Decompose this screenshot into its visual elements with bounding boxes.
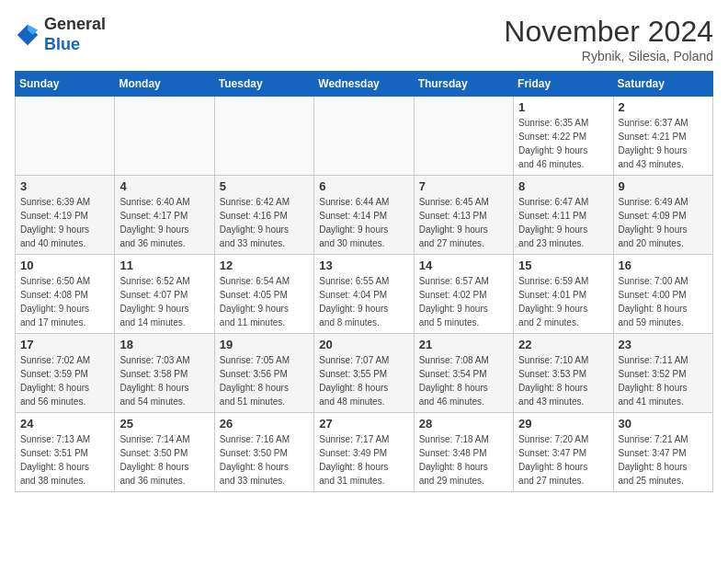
week-row-1: 1Sunrise: 6:35 AM Sunset: 4:22 PM Daylig…	[16, 97, 713, 176]
day-header-wednesday: Wednesday	[314, 72, 414, 97]
day-header-monday: Monday	[115, 72, 214, 97]
day-info: Sunrise: 6:42 AM Sunset: 4:16 PM Dayligh…	[220, 195, 309, 250]
day-number: 8	[518, 179, 608, 193]
day-number: 30	[619, 417, 708, 431]
day-info: Sunrise: 7:10 AM Sunset: 3:53 PM Dayligh…	[518, 353, 608, 408]
calendar-cell: 17Sunrise: 7:02 AM Sunset: 3:59 PM Dayli…	[16, 334, 115, 413]
day-number: 3	[20, 179, 109, 193]
day-info: Sunrise: 6:59 AM Sunset: 4:01 PM Dayligh…	[518, 274, 608, 329]
logo: General Blue	[15, 15, 106, 54]
day-number: 21	[419, 338, 508, 351]
week-row-3: 10Sunrise: 6:50 AM Sunset: 4:08 PM Dayli…	[16, 255, 713, 334]
days-of-week-row: SundayMondayTuesdayWednesdayThursdayFrid…	[16, 72, 713, 97]
calendar-cell: 21Sunrise: 7:08 AM Sunset: 3:54 PM Dayli…	[414, 334, 513, 413]
day-info: Sunrise: 6:45 AM Sunset: 4:13 PM Dayligh…	[419, 195, 508, 250]
calendar-cell: 16Sunrise: 7:00 AM Sunset: 4:00 PM Dayli…	[613, 255, 712, 334]
calendar-cell: 24Sunrise: 7:13 AM Sunset: 3:51 PM Dayli…	[16, 413, 115, 492]
day-number: 4	[119, 179, 209, 193]
day-number: 27	[319, 417, 408, 431]
calendar-cell: 28Sunrise: 7:18 AM Sunset: 3:48 PM Dayli…	[414, 413, 513, 492]
week-row-2: 3Sunrise: 6:39 AM Sunset: 4:19 PM Daylig…	[16, 176, 713, 255]
logo-icon	[15, 22, 40, 48]
calendar-cell: 29Sunrise: 7:20 AM Sunset: 3:47 PM Dayli…	[514, 413, 613, 492]
calendar-cell: 3Sunrise: 6:39 AM Sunset: 4:19 PM Daylig…	[16, 176, 115, 255]
day-info: Sunrise: 7:18 AM Sunset: 3:48 PM Dayligh…	[419, 432, 508, 488]
day-info: Sunrise: 7:13 AM Sunset: 3:51 PM Dayligh…	[20, 432, 109, 488]
calendar-cell	[115, 97, 214, 176]
day-number: 12	[220, 259, 309, 272]
calendar-cell: 9Sunrise: 6:49 AM Sunset: 4:09 PM Daylig…	[613, 176, 712, 255]
calendar-table: SundayMondayTuesdayWednesdayThursdayFrid…	[15, 71, 713, 492]
day-info: Sunrise: 6:40 AM Sunset: 4:17 PM Dayligh…	[119, 195, 209, 250]
calendar-cell: 15Sunrise: 6:59 AM Sunset: 4:01 PM Dayli…	[514, 255, 613, 334]
day-header-thursday: Thursday	[414, 72, 513, 97]
calendar-cell: 6Sunrise: 6:44 AM Sunset: 4:14 PM Daylig…	[314, 176, 414, 255]
day-number: 14	[419, 259, 508, 272]
day-header-saturday: Saturday	[613, 72, 712, 97]
day-number: 20	[319, 338, 408, 351]
day-info: Sunrise: 6:55 AM Sunset: 4:04 PM Dayligh…	[319, 274, 408, 329]
day-number: 18	[119, 338, 209, 351]
day-number: 24	[20, 417, 109, 431]
page-header: General Blue November 2024 Rybnik, Siles…	[15, 15, 713, 63]
day-number: 1	[518, 100, 608, 114]
week-row-4: 17Sunrise: 7:02 AM Sunset: 3:59 PM Dayli…	[16, 334, 713, 413]
calendar-cell	[16, 97, 115, 176]
day-info: Sunrise: 7:11 AM Sunset: 3:52 PM Dayligh…	[619, 353, 708, 408]
calendar-cell: 1Sunrise: 6:35 AM Sunset: 4:22 PM Daylig…	[514, 97, 613, 176]
day-info: Sunrise: 7:02 AM Sunset: 3:59 PM Dayligh…	[20, 353, 109, 408]
day-info: Sunrise: 6:47 AM Sunset: 4:11 PM Dayligh…	[518, 195, 608, 250]
calendar-cell	[414, 97, 513, 176]
calendar-cell: 7Sunrise: 6:45 AM Sunset: 4:13 PM Daylig…	[414, 176, 513, 255]
calendar-cell: 23Sunrise: 7:11 AM Sunset: 3:52 PM Dayli…	[613, 334, 712, 413]
calendar-cell: 26Sunrise: 7:16 AM Sunset: 3:50 PM Dayli…	[214, 413, 313, 492]
day-number: 6	[319, 179, 408, 193]
calendar-cell: 11Sunrise: 6:52 AM Sunset: 4:07 PM Dayli…	[115, 255, 214, 334]
week-row-5: 24Sunrise: 7:13 AM Sunset: 3:51 PM Dayli…	[16, 413, 713, 492]
day-number: 7	[419, 179, 508, 193]
day-header-sunday: Sunday	[16, 72, 115, 97]
calendar-cell	[214, 97, 313, 176]
logo-general-text: General	[44, 15, 106, 33]
calendar-cell: 22Sunrise: 7:10 AM Sunset: 3:53 PM Dayli…	[514, 334, 613, 413]
calendar-cell: 18Sunrise: 7:03 AM Sunset: 3:58 PM Dayli…	[115, 334, 214, 413]
calendar-cell: 2Sunrise: 6:37 AM Sunset: 4:21 PM Daylig…	[613, 97, 712, 176]
day-info: Sunrise: 7:14 AM Sunset: 3:50 PM Dayligh…	[119, 432, 209, 488]
day-info: Sunrise: 6:50 AM Sunset: 4:08 PM Dayligh…	[20, 274, 109, 329]
day-number: 25	[119, 417, 209, 431]
title-block: November 2024 Rybnik, Silesia, Poland	[504, 15, 713, 63]
calendar-cell: 20Sunrise: 7:07 AM Sunset: 3:55 PM Dayli…	[314, 334, 414, 413]
day-info: Sunrise: 7:21 AM Sunset: 3:47 PM Dayligh…	[619, 432, 708, 488]
calendar-cell: 4Sunrise: 6:40 AM Sunset: 4:17 PM Daylig…	[115, 176, 214, 255]
day-info: Sunrise: 6:49 AM Sunset: 4:09 PM Dayligh…	[619, 195, 708, 250]
calendar-cell: 13Sunrise: 6:55 AM Sunset: 4:04 PM Dayli…	[314, 255, 414, 334]
day-number: 11	[119, 259, 209, 272]
calendar-cell: 12Sunrise: 6:54 AM Sunset: 4:05 PM Dayli…	[214, 255, 313, 334]
day-info: Sunrise: 6:54 AM Sunset: 4:05 PM Dayligh…	[220, 274, 309, 329]
calendar-cell: 10Sunrise: 6:50 AM Sunset: 4:08 PM Dayli…	[16, 255, 115, 334]
day-info: Sunrise: 7:20 AM Sunset: 3:47 PM Dayligh…	[518, 432, 608, 488]
day-number: 29	[518, 417, 608, 431]
calendar-cell: 30Sunrise: 7:21 AM Sunset: 3:47 PM Dayli…	[613, 413, 712, 492]
day-number: 19	[220, 338, 309, 351]
day-number: 13	[319, 259, 408, 272]
location: Rybnik, Silesia, Poland	[504, 49, 713, 63]
day-info: Sunrise: 6:35 AM Sunset: 4:22 PM Dayligh…	[518, 116, 608, 171]
day-number: 10	[20, 259, 109, 272]
day-header-tuesday: Tuesday	[214, 72, 313, 97]
day-info: Sunrise: 6:44 AM Sunset: 4:14 PM Dayligh…	[319, 195, 408, 250]
day-number: 23	[619, 338, 708, 351]
day-number: 26	[220, 417, 309, 431]
calendar-cell: 19Sunrise: 7:05 AM Sunset: 3:56 PM Dayli…	[214, 334, 313, 413]
day-number: 2	[619, 100, 708, 114]
day-info: Sunrise: 7:03 AM Sunset: 3:58 PM Dayligh…	[119, 353, 209, 408]
calendar-cell: 27Sunrise: 7:17 AM Sunset: 3:49 PM Dayli…	[314, 413, 414, 492]
day-number: 17	[20, 338, 109, 351]
day-info: Sunrise: 7:00 AM Sunset: 4:00 PM Dayligh…	[619, 274, 708, 329]
day-number: 5	[220, 179, 309, 193]
day-number: 22	[518, 338, 608, 351]
calendar-cell	[314, 97, 414, 176]
day-number: 9	[619, 179, 708, 193]
day-info: Sunrise: 6:37 AM Sunset: 4:21 PM Dayligh…	[619, 116, 708, 171]
day-header-friday: Friday	[514, 72, 613, 97]
